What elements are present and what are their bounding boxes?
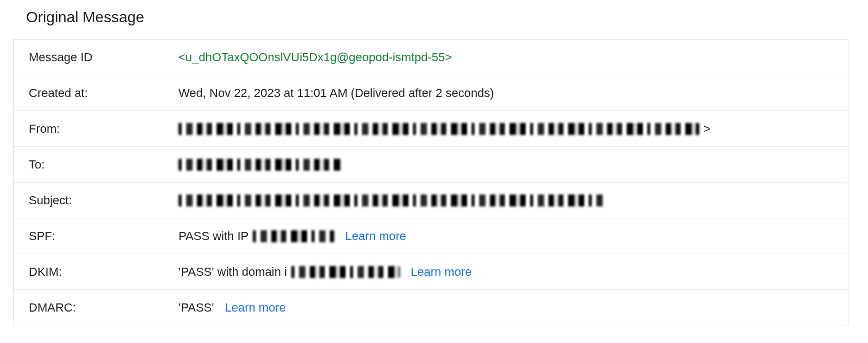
dkim-pass-text: 'PASS' with domain i	[178, 265, 287, 279]
value-subject	[178, 195, 607, 206]
value-message-id: <u_dhOTaxQOOnslVUi5Dx1g@geopod-ismtpd-55…	[178, 50, 452, 64]
spf-learn-more-link[interactable]: Learn more	[345, 229, 406, 243]
label-created-at: Created at:	[29, 86, 178, 100]
row-created-at: Created at: Wed, Nov 22, 2023 at 11:01 A…	[14, 75, 848, 111]
value-dkim: 'PASS' with domain i Learn more	[178, 265, 471, 279]
redacted-to	[178, 159, 341, 171]
row-spf: SPF: PASS with IP Learn more	[14, 218, 848, 254]
section-title: Original Message	[26, 9, 855, 26]
redacted-spf-ip	[253, 230, 334, 242]
dmarc-pass-text: 'PASS'	[178, 301, 214, 315]
label-subject: Subject:	[29, 193, 178, 208]
dmarc-learn-more-link[interactable]: Learn more	[225, 301, 286, 315]
redacted-from	[178, 123, 699, 135]
row-message-id: Message ID <u_dhOTaxQOOnslVUi5Dx1g@geopo…	[14, 40, 848, 75]
label-from: From:	[29, 122, 178, 136]
message-id-text: <u_dhOTaxQOOnslVUi5Dx1g@geopod-ismtpd-55…	[178, 50, 452, 64]
value-to	[178, 159, 341, 171]
value-dmarc: 'PASS' Learn more	[178, 301, 286, 315]
row-from: From: >	[14, 111, 848, 147]
redacted-subject	[178, 195, 607, 206]
label-dmarc: DMARC:	[29, 301, 178, 315]
redacted-dkim-domain	[291, 266, 400, 278]
dkim-learn-more-link[interactable]: Learn more	[411, 265, 472, 279]
row-dmarc: DMARC: 'PASS' Learn more	[14, 290, 848, 326]
original-message-table: Message ID <u_dhOTaxQOOnslVUi5Dx1g@geopo…	[13, 39, 848, 326]
label-message-id: Message ID	[29, 50, 178, 64]
value-from: >	[178, 122, 711, 136]
row-dkim: DKIM: 'PASS' with domain i Learn more	[14, 254, 848, 290]
from-suffix: >	[704, 122, 711, 136]
label-dkim: DKIM:	[29, 265, 178, 279]
spf-pass-text: PASS with IP	[178, 229, 248, 243]
row-to: To:	[14, 147, 848, 183]
label-spf: SPF:	[29, 229, 178, 243]
label-to: To:	[29, 158, 178, 172]
row-subject: Subject:	[14, 183, 848, 218]
value-created-at: Wed, Nov 22, 2023 at 11:01 AM (Delivered…	[178, 86, 494, 100]
value-spf: PASS with IP Learn more	[178, 229, 406, 243]
